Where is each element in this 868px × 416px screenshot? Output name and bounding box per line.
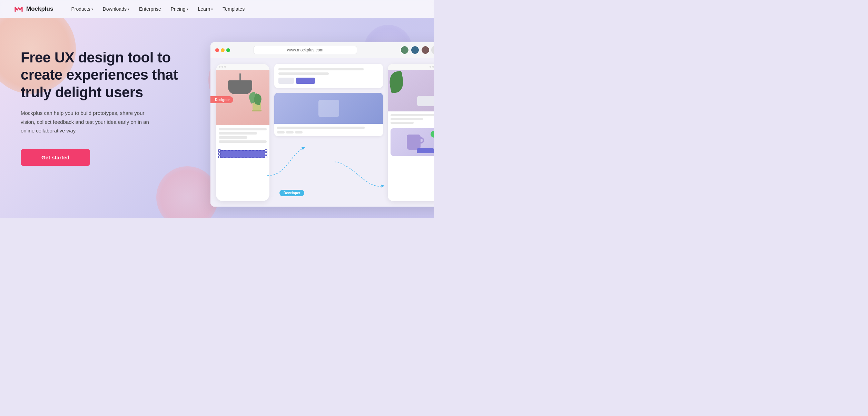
phone-right-top-bar [388,64,434,70]
hero-content-left: Free UX design tool to create experience… [21,39,186,166]
chevron-down-icon: ▾ [91,7,93,11]
logo[interactable]: Mockplus [14,5,53,13]
nav-item-pricing[interactable]: Pricing ▾ [167,4,193,14]
plant-illustration [250,103,263,122]
collaborator-avatars: ··· [400,46,434,55]
phone-mockup-left [216,64,269,201]
developer-label: Developer [279,190,304,196]
close-button [215,48,219,52]
selected-element-bar [219,150,267,158]
pillow-illustration [417,96,434,106]
image-card-visual [274,93,383,124]
logo-text: Mockplus [26,6,53,12]
cursor-green-icon [432,131,434,137]
avatar-2 [411,46,420,55]
avatar-1 [400,46,409,55]
minimize-button [221,48,225,52]
nav-item-templates[interactable]: Templates [218,4,249,14]
nav-item-enterprise[interactable]: Enterprise [135,4,165,14]
get-started-button[interactable]: Get started [21,149,90,166]
phone-text-lines [216,125,269,147]
nav-item-products[interactable]: Products ▾ [67,4,97,14]
phone-dots [219,66,226,68]
mug-card-button [417,148,434,153]
maximize-button [226,48,230,52]
image-card [274,93,383,136]
nav-item-downloads[interactable]: Downloads ▾ [99,4,134,14]
browser-window-controls [215,48,230,52]
cursor-icon [210,97,215,102]
hero-title: Free UX design tool to create experience… [21,49,186,101]
browser-content: Designer [210,58,434,207]
nav-item-learn[interactable]: Learn ▾ [194,4,217,14]
browser-bar: www.mockplus.com ··· [210,42,434,58]
chevron-down-icon: ▾ [128,7,129,11]
chevron-down-icon: ▾ [211,7,213,11]
mug-illustration [407,135,421,150]
mockplus-logo-icon [14,5,23,13]
phone-top-bar [216,64,269,70]
hero-section: Free UX design tool to create experience… [0,18,434,218]
address-bar[interactable]: www.mockplus.com [254,46,357,54]
hero-subtitle: Mockplus can help you to build prototype… [21,109,152,135]
chevron-down-icon: ▾ [187,7,188,11]
phone-right-text [388,111,434,128]
phone-mockup-right [388,64,434,201]
avatar-more: ··· [431,46,434,55]
avatar-3 [421,46,430,55]
hero-illustration: www.mockplus.com ··· Designer [200,39,413,218]
phone-right-image [388,70,434,111]
navbar: Mockplus Products ▾ Downloads ▾ Enterpri… [0,0,434,18]
mug-card [391,128,434,156]
wireframe-filled-button [296,78,315,84]
wireframe-column [274,64,383,201]
designer-label: Designer [210,96,233,103]
image-card-body [274,124,383,136]
wireframe-card-1 [274,64,383,88]
browser-mockup: www.mockplus.com ··· Designer [210,42,434,207]
leaf-illustration [389,72,407,96]
nav-menu: Products ▾ Downloads ▾ Enterprise Pricin… [67,4,249,14]
wireframe-ghost-button [278,78,294,84]
